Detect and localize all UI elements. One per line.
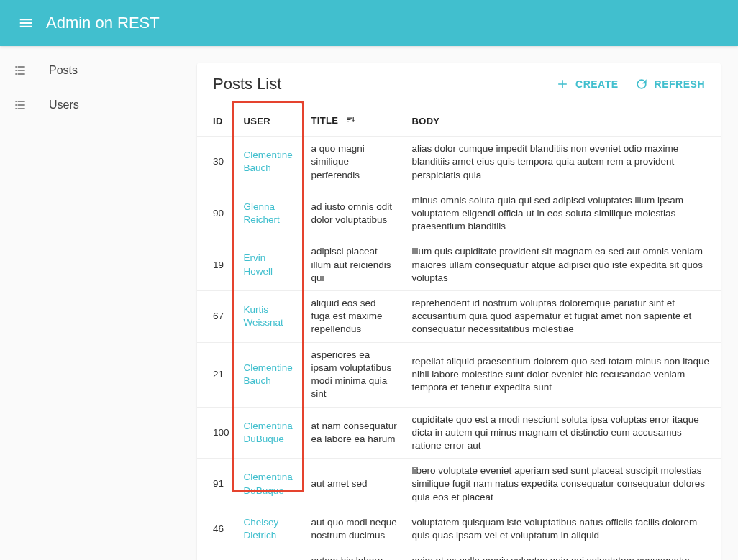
- appbar: Admin on REST: [0, 0, 738, 46]
- menu-button[interactable]: [12, 9, 40, 37]
- table-row[interactable]: 91Clementina DuBuqueaut amet sedlibero v…: [197, 459, 721, 510]
- cell-body: libero voluptate eveniet aperiam sed sun…: [405, 459, 721, 510]
- posts-card: Posts List CREATE REFRESH: [197, 63, 721, 560]
- col-header-title[interactable]: TITLE: [304, 105, 405, 137]
- user-link[interactable]: Clementina DuBuque: [244, 472, 293, 495]
- cell-id: 30: [197, 137, 237, 188]
- cell-body: alias dolor cumque impedit blanditiis no…: [405, 137, 721, 188]
- cell-title: asperiores ea ipsam voluptatibus modi mi…: [304, 342, 405, 407]
- cell-id: 46: [197, 510, 237, 548]
- create-label: CREATE: [575, 78, 619, 90]
- col-header-title-label: TITLE: [311, 115, 339, 126]
- posts-table: ID USER TITLE BODY 30Clementine Baucha: [197, 105, 721, 560]
- cell-id: 67: [197, 291, 237, 343]
- user-link[interactable]: Chelsey Dietrich: [244, 517, 279, 541]
- card-title: Posts List: [213, 75, 281, 93]
- cell-id: 21: [197, 342, 237, 407]
- sidebar-item-label: Posts: [49, 64, 78, 77]
- cell-title: ad iusto omnis odit dolor voluptatibus: [304, 188, 405, 239]
- cell-body: repellat aliquid praesentium dolorem quo…: [405, 342, 721, 407]
- sidebar-item-label: Users: [49, 98, 79, 111]
- table-row[interactable]: 21Clementine Bauchasperiores ea ipsam vo…: [197, 342, 721, 407]
- cell-title: aliquid eos sed fuga est maxime repellen…: [304, 291, 405, 343]
- table-row[interactable]: 30Clementine Baucha quo magni similique …: [197, 137, 721, 188]
- col-header-id[interactable]: ID: [197, 105, 237, 137]
- card-actions: CREATE REFRESH: [555, 77, 705, 91]
- table-wrap: ID USER TITLE BODY 30Clementine Baucha: [197, 101, 721, 560]
- cell-id: 91: [197, 459, 237, 510]
- cell-title: aut amet sed: [304, 459, 405, 510]
- main-layout: Posts Users Posts List CREATE REFRES: [0, 46, 738, 560]
- cell-body: cupiditate quo est a modi nesciunt solut…: [405, 407, 721, 459]
- cell-title: a quo magni similique perferendis: [304, 137, 405, 188]
- col-header-user[interactable]: USER: [237, 105, 304, 137]
- table-row[interactable]: 46Chelsey Dietrichaut quo modi neque nos…: [197, 510, 721, 548]
- cell-id: 24: [197, 548, 237, 560]
- table-row[interactable]: 19Ervin Howelladipisci placeat illum aut…: [197, 239, 721, 291]
- list-icon: [12, 62, 29, 79]
- refresh-icon: [634, 77, 649, 91]
- sort-icon: [345, 115, 357, 127]
- card-header: Posts List CREATE REFRESH: [197, 63, 721, 101]
- user-link[interactable]: Kurtis Weissnat: [244, 304, 283, 328]
- cell-body: voluptatem quisquam iste voluptatibus na…: [405, 510, 721, 548]
- cell-id: 19: [197, 239, 237, 291]
- user-link[interactable]: Clementine Bauch: [244, 362, 293, 386]
- app-title: Admin on REST: [46, 14, 160, 32]
- plus-icon: [555, 77, 570, 91]
- table-row[interactable]: 100Clementina DuBuqueat nam consequatur …: [197, 407, 721, 459]
- sidebar-item-users[interactable]: Users: [0, 88, 180, 122]
- cell-id: 90: [197, 188, 237, 239]
- refresh-button[interactable]: REFRESH: [634, 77, 705, 91]
- sidebar: Posts Users: [0, 46, 180, 560]
- user-link[interactable]: Clementine Bauch: [244, 150, 293, 173]
- refresh-label: REFRESH: [655, 78, 705, 90]
- cell-body: enim et ex nulla omnis voluptas quia qui…: [405, 548, 721, 560]
- cell-id: 100: [197, 407, 237, 459]
- list-icon: [12, 96, 29, 114]
- hamburger-icon: [18, 15, 34, 31]
- table-row[interactable]: 90Glenna Reichertad iusto omnis odit dol…: [197, 188, 721, 239]
- cell-title: aut quo modi neque nostrum ducimus: [304, 510, 405, 548]
- cell-body: reprehenderit id nostrum voluptas dolore…: [405, 291, 721, 343]
- user-link[interactable]: Glenna Reichert: [244, 201, 280, 225]
- cell-title: autem hic labore sunt dolores incidunt: [304, 548, 405, 560]
- create-button[interactable]: CREATE: [555, 77, 619, 91]
- main-content: Posts List CREATE REFRESH: [180, 46, 738, 560]
- cell-body: minus omnis soluta quia qui sed adipisci…: [405, 188, 721, 239]
- cell-title: adipisci placeat illum aut reiciendis qu…: [304, 239, 405, 291]
- user-link[interactable]: Clementina DuBuque: [244, 421, 293, 444]
- user-link[interactable]: Ervin Howell: [244, 252, 273, 276]
- table-row[interactable]: 24Clementine Bauchautem hic labore sunt …: [197, 548, 721, 560]
- table-row[interactable]: 67Kurtis Weissnataliquid eos sed fuga es…: [197, 291, 721, 343]
- cell-body: illum quis cupiditate provident sit magn…: [405, 239, 721, 291]
- sidebar-item-posts[interactable]: Posts: [0, 53, 180, 88]
- col-header-body[interactable]: BODY: [405, 105, 721, 137]
- cell-title: at nam consequatur ea labore ea harum: [304, 407, 405, 459]
